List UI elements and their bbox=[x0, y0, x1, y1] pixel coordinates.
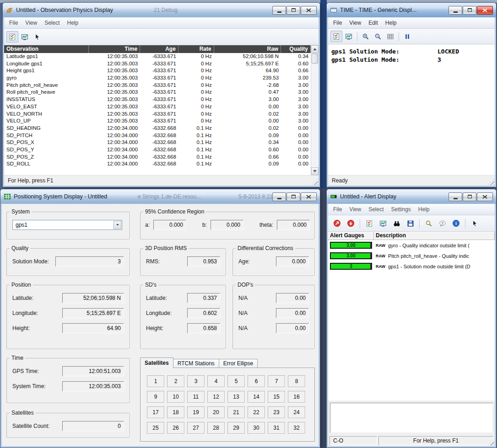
column-header-rate[interactable]: Rate bbox=[178, 45, 214, 53]
table-row[interactable]: INSSTATUS12:00:35.003-6333.6710 Hz3.003.… bbox=[4, 96, 311, 103]
menu-item-file[interactable]: File bbox=[330, 204, 346, 214]
display-settings-button[interactable] bbox=[19, 31, 31, 43]
alert-titlebar[interactable]: Untitled - Alert Display bbox=[327, 189, 496, 204]
minimize-icon bbox=[277, 198, 281, 199]
table-row[interactable]: SD_POS_Y12:00:34.000-6332.6680.1 Hz0.600… bbox=[4, 146, 311, 154]
table-row[interactable]: SD_PITCH12:00:34.000-6332.6680.1 Hz0.090… bbox=[4, 132, 311, 139]
display-settings-button[interactable] bbox=[343, 31, 355, 42]
zoom-in-button[interactable] bbox=[360, 31, 372, 42]
menu-item-view[interactable]: View bbox=[346, 18, 365, 28]
table-row[interactable]: gyro12:00:35.003-6333.6710 Hz239.533.00 bbox=[4, 75, 311, 82]
menu-item-view[interactable]: View bbox=[22, 18, 41, 28]
minimize-button[interactable] bbox=[272, 6, 286, 15]
maximize-button[interactable] bbox=[463, 6, 476, 15]
checklist-icon bbox=[9, 33, 16, 41]
scrollbar-track[interactable] bbox=[311, 64, 319, 167]
zoom-out-button[interactable] bbox=[372, 31, 384, 42]
tab-rtcm-stations[interactable]: RTCM Stations bbox=[173, 359, 219, 368]
table-row[interactable]: VELO_UP12:00:35.003-6333.6710 Hz0.003.00 bbox=[4, 117, 311, 125]
tab-error-ellipse[interactable]: Error Ellipse bbox=[219, 359, 258, 368]
resize-grip[interactable] bbox=[488, 179, 494, 185]
column-header-observation[interactable]: Observation bbox=[4, 45, 89, 53]
table-row[interactable]: Latitude gps112:00:35.003-6333.6710 Hz52… bbox=[4, 53, 311, 60]
table-row[interactable]: Pitch pitch_roll_heave12:00:35.003-6333.… bbox=[4, 82, 311, 89]
maximize-icon bbox=[468, 195, 472, 198]
table-row[interactable]: Roll pitch_roll_heave12:00:35.003-6333.6… bbox=[4, 89, 311, 96]
minimize-button[interactable] bbox=[448, 6, 462, 15]
table-cell: VELO_NORTH bbox=[4, 111, 89, 118]
close-button[interactable] bbox=[477, 6, 493, 15]
alert-statusbar: C-O For Help, press F1 bbox=[328, 435, 495, 446]
pause-button[interactable] bbox=[401, 31, 413, 42]
pointer-tool-button[interactable] bbox=[31, 31, 43, 43]
menu-item-help[interactable]: Help bbox=[64, 18, 82, 28]
column-header-age[interactable]: Age bbox=[140, 45, 178, 53]
close-button[interactable] bbox=[477, 192, 493, 201]
menu-item-settings[interactable]: Settings bbox=[388, 204, 415, 214]
combo-dropdown-button[interactable] bbox=[113, 221, 121, 229]
observation-titlebar[interactable]: Untitled - Observation Physics Display 2… bbox=[3, 3, 320, 17]
table-row[interactable]: Longitude gps112:00:35.003-6333.6710 Hz5… bbox=[4, 60, 311, 68]
maximize-button[interactable] bbox=[463, 192, 476, 201]
grid-view-button[interactable] bbox=[384, 31, 396, 42]
scroll-up-button[interactable] bbox=[311, 45, 319, 53]
alert-description: Pitch pitch_roll_heave - Quality indic bbox=[388, 253, 495, 259]
tab-satellites[interactable]: Satellites bbox=[140, 357, 173, 368]
menu-item-view[interactable]: View bbox=[346, 204, 365, 214]
minimize-button[interactable] bbox=[272, 192, 286, 201]
raise-alert-button[interactable] bbox=[330, 217, 344, 229]
scroll-down-button[interactable] bbox=[311, 167, 319, 175]
menu-item-select[interactable]: Select bbox=[365, 204, 387, 214]
vertical-scrollbar[interactable] bbox=[311, 45, 319, 175]
list-button[interactable] bbox=[362, 217, 376, 229]
table-row[interactable]: SD_HEADING12:00:34.000-6332.6680.1 Hz0.0… bbox=[4, 125, 311, 132]
column-header-alert-gauges[interactable]: Alert Gauges bbox=[328, 232, 374, 240]
table-row[interactable]: SD_POS_Z12:00:34.000-6332.6680.1 Hz0.660… bbox=[4, 154, 311, 161]
menu-item-edit[interactable]: Edit bbox=[365, 18, 382, 28]
table-row[interactable]: SD_POS_X12:00:34.000-6332.6680.1 Hz0.340… bbox=[4, 139, 311, 146]
table-cell: VELO_EAST bbox=[4, 103, 89, 111]
minimize-button[interactable] bbox=[448, 192, 462, 201]
find-button[interactable] bbox=[390, 217, 403, 229]
table-row[interactable]: VELO_NORTH12:00:35.003-6333.6710 Hz0.023… bbox=[4, 111, 311, 118]
maximize-button[interactable] bbox=[286, 6, 300, 15]
system-combobox[interactable]: gps1 bbox=[12, 220, 122, 230]
help-button[interactable]: ? bbox=[436, 217, 449, 229]
acknowledge-alert-button[interactable] bbox=[344, 217, 357, 229]
search-button[interactable] bbox=[422, 217, 435, 229]
column-header-description[interactable]: Description bbox=[374, 232, 495, 240]
alert-row[interactable]: 3.00RAWgyro - Quality indicator outside … bbox=[328, 240, 495, 251]
observation-list-button[interactable] bbox=[6, 31, 18, 43]
binoculars-icon bbox=[393, 220, 400, 227]
toolbar-separator bbox=[465, 219, 465, 228]
save-button[interactable] bbox=[404, 217, 417, 229]
column-header-time[interactable]: Time bbox=[89, 45, 140, 53]
menu-item-file[interactable]: File bbox=[330, 18, 346, 28]
positioning-titlebar[interactable]: Positioning System Display - Untitled e … bbox=[0, 189, 320, 204]
observation-window-icon bbox=[6, 6, 13, 14]
list-button[interactable] bbox=[330, 31, 342, 42]
grid-icon bbox=[387, 33, 394, 40]
column-header-quality[interactable]: Quality bbox=[281, 45, 311, 53]
table-row[interactable]: VELO_EAST12:00:35.003-6333.6710 Hz0.003.… bbox=[4, 103, 311, 111]
info-button[interactable]: i bbox=[449, 217, 463, 229]
close-button[interactable] bbox=[301, 192, 317, 201]
alert-row[interactable]: 3RAWgps1 - Solution mode outside limit (… bbox=[328, 261, 495, 272]
table-cell: -6333.671 bbox=[140, 96, 178, 103]
table-row[interactable]: Height gps112:00:35.003-6333.6710 Hz64.9… bbox=[4, 67, 311, 75]
table-row[interactable]: SD_ROLL12:00:34.000-6332.6680.1 Hz0.090.… bbox=[4, 160, 311, 168]
menu-item-select[interactable]: Select bbox=[41, 18, 63, 28]
maximize-button[interactable] bbox=[286, 192, 300, 201]
alert-row[interactable]: 3.00RAWPitch pitch_roll_heave - Quality … bbox=[328, 251, 495, 261]
table-cell: 0.00 bbox=[281, 139, 311, 146]
pointer-tool-button[interactable] bbox=[468, 217, 481, 229]
close-button[interactable] bbox=[301, 6, 317, 15]
resize-grip[interactable] bbox=[312, 179, 318, 185]
menu-item-help[interactable]: Help bbox=[415, 204, 433, 214]
menu-item-help[interactable]: Help bbox=[382, 18, 400, 28]
scrollbar-thumb[interactable] bbox=[312, 53, 318, 64]
column-header-raw[interactable]: Raw bbox=[214, 45, 281, 53]
time-titlebar[interactable]: TIME - TIME - Generic Displ... bbox=[327, 3, 496, 17]
menu-item-file[interactable]: File bbox=[5, 18, 22, 28]
display-settings-button[interactable] bbox=[376, 217, 389, 229]
